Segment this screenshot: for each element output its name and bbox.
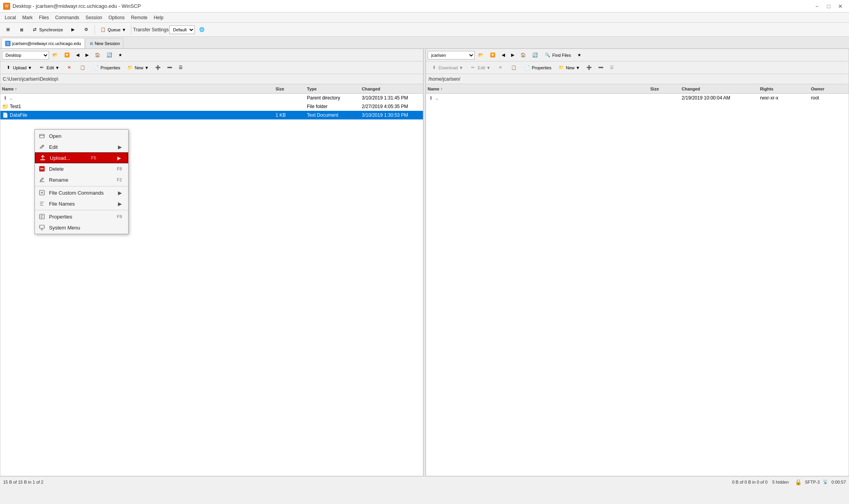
upload-button[interactable]: ⬆ Upload ▼ [2,62,35,73]
left-nav-folder[interactable]: 📂 [50,50,61,61]
right-col-name[interactable]: Name ↑ [426,87,649,91]
left-forward[interactable]: ▶ [83,50,91,61]
ctx-properties[interactable]: Properties F9 [35,211,128,222]
ctx-rename[interactable]: Rename F2 [35,174,128,185]
right-refresh[interactable]: 🔄 [530,50,541,61]
right-delete-button[interactable]: ✕ [494,62,507,73]
tb-queue[interactable]: 📋 Queue ▼ [97,24,129,35]
left-col-type[interactable]: Type [305,87,360,91]
maximize-button[interactable]: □ [823,2,834,11]
transfer-settings-select[interactable]: Default Binary Text [169,25,195,34]
ctx-edit-label: Edit [49,144,58,150]
table-row[interactable]: ⬆.. Parent directory 3/10/2019 1:31:45 P… [0,94,423,102]
left-path-select[interactable]: Desktop [2,51,49,60]
left-col-changed[interactable]: Changed [360,87,423,91]
right-find[interactable]: 🔍 Find Files [541,50,574,61]
ctx-system-menu[interactable]: System Menu [35,222,128,233]
menu-help[interactable]: Help [151,13,167,22]
settings-icon: ⚙ [83,26,90,33]
menu-session[interactable]: Session [82,13,105,22]
right-properties-icon: 📄 [524,64,531,71]
ctx-delete[interactable]: Delete F8 [35,163,128,174]
ctx-file-custom[interactable]: File Custom Commands ▶ [35,187,128,198]
tb-settings[interactable]: ⚙ [80,24,93,35]
session-tab-label: jcarlsen@midwayr.rcc.uchicago.edu [12,41,81,46]
right-col-changed[interactable]: Changed [680,87,758,91]
status-bar: 15 B of 15 B in 1 of 2 0 B of 0 B in 0 o… [0,476,849,487]
hidden-count-text: 5 hidden [772,480,789,484]
left-edit-button[interactable]: ✏ Edit ▼ [36,62,62,73]
minimize-button[interactable]: − [811,2,822,11]
menu-commands[interactable]: Commands [52,13,82,22]
right-col-owner[interactable]: Owner [809,87,849,91]
tb-open-dir[interactable]: ▶ [67,24,79,35]
left-back[interactable]: ◀ [73,50,82,61]
left-filter[interactable]: 🔽 [62,50,73,61]
left-properties-button[interactable]: 📄 Properties [90,62,123,73]
session-tab-main[interactable]: S jcarlsen@midwayr.rcc.uchicago.edu [2,38,85,48]
tb-local-nav[interactable]: ⊞ [2,24,14,35]
right-new-button[interactable]: 📁 New ▼ [555,62,583,73]
left-delete-button[interactable]: ✕ [63,62,76,73]
left-col-name[interactable]: Name ↑ [0,87,274,91]
left-new-button[interactable]: 📁 New ▼ [124,62,152,73]
doc-changed: 3/10/2019 1:30:53 PM [360,112,423,118]
folder-icon: 📁 [2,103,8,110]
ctx-system-icon [38,224,46,231]
right-edit-button[interactable]: ✏ Edit ▼ [467,62,493,73]
right-path-bar: /home/jcarlsen/ [426,74,849,84]
right-col-size[interactable]: Size [649,87,680,91]
table-row-selected[interactable]: 📄DataFile 1 KB Text Document 3/10/2019 1… [0,111,423,119]
table-row[interactable]: ⬆.. 2/19/2019 10:00:04 AM rwxr-xr-x root [426,94,849,102]
close-button[interactable]: ✕ [835,2,846,11]
right-forward[interactable]: ▶ [508,50,517,61]
download-button[interactable]: ⬇ Download ▼ [428,62,466,73]
left-up[interactable]: 🏠 [92,50,103,61]
menu-mark[interactable]: Mark [19,13,36,22]
right-properties-button[interactable]: 📄 Properties [521,62,554,73]
table-row[interactable]: 📁Test1 File folder 2/27/2019 4:05:35 PM [0,102,423,111]
window-controls: − □ ✕ [811,2,846,11]
right-up[interactable]: 🏠 [518,50,529,61]
left-col-size[interactable]: Size [274,87,305,91]
menu-local[interactable]: Local [2,13,19,22]
view-icon: ☰ [179,65,183,70]
left-copy-button[interactable]: 📋 [76,62,89,73]
right-properties-label: Properties [532,65,551,70]
right-bookmark[interactable]: ★ [575,50,584,61]
left-plus-button[interactable]: ➕ [152,62,163,73]
new-session-tab[interactable]: 🖥 New Session [85,38,123,48]
svg-rect-0 [40,134,44,138]
context-menu: Open Edit ▶ Upload... F5 ▶ Delete F8 Ren… [34,129,129,234]
right-copy-button[interactable]: 📋 [508,62,520,73]
menu-options[interactable]: Options [105,13,128,22]
ctx-edit[interactable]: Edit ▶ [35,141,128,152]
left-minus-button[interactable]: ➖ [164,62,175,73]
protocol-text: SFTP-3 [805,480,820,484]
left-refresh[interactable]: 🔄 [104,50,115,61]
filter-icon: 🔽 [64,52,70,58]
right-path-text: /home/jcarlsen/ [428,76,460,82]
right-filter[interactable]: 🔽 [487,50,498,61]
right-back[interactable]: ◀ [499,50,508,61]
right-plus-button[interactable]: ➕ [584,62,595,73]
right-path-select[interactable]: jcarlsen [428,51,475,60]
tb-connect[interactable]: 🖥 [15,24,27,35]
plus-icon: ➕ [155,65,161,70]
right-minus-button[interactable]: ➖ [595,62,606,73]
tb-globe[interactable]: 🌐 [196,24,208,35]
right-file-header: Name ↑ Size Changed Rights Owner [426,84,849,94]
right-forward-icon: ▶ [511,52,514,58]
ctx-upload[interactable]: Upload... F5 ▶ [35,152,128,163]
menu-files[interactable]: Files [36,13,52,22]
left-view-button[interactable]: ☰ [176,62,185,73]
right-col-rights[interactable]: Rights [758,87,809,91]
left-bookmark[interactable]: ★ [116,50,125,61]
tb-synchronize[interactable]: ⇄ Synchronize [28,24,66,35]
menu-remote[interactable]: Remote [128,13,151,22]
doc-type: Text Document [305,112,360,118]
ctx-file-names[interactable]: File Names ▶ [35,198,128,209]
ctx-open[interactable]: Open [35,130,128,141]
right-nav-folder[interactable]: 📂 [475,50,486,61]
right-view-button[interactable]: ☰ [607,62,617,73]
